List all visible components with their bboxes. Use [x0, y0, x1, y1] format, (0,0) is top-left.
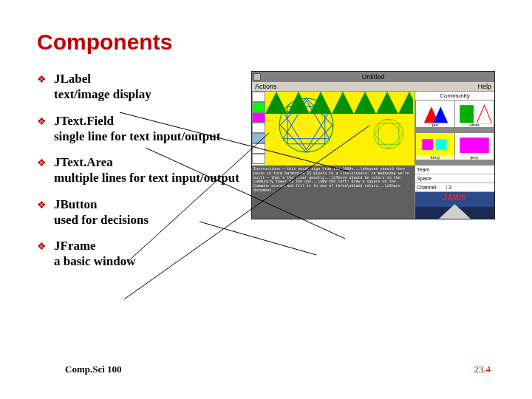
- bullet-item: ❖ JText.Area multiple lines for text inp…: [37, 154, 241, 186]
- drawing-canvas[interactable]: [265, 92, 415, 166]
- svg-rect-23: [436, 139, 447, 150]
- bullet-term: JText.Area: [54, 154, 239, 170]
- tool-item[interactable]: [252, 92, 265, 102]
- bullet-item: ❖ JFrame a basic window: [37, 238, 241, 270]
- form-value[interactable]: 3: [446, 185, 494, 190]
- svg-rect-22: [422, 139, 433, 150]
- form-label: Space: [415, 176, 446, 181]
- thumb-caption: kimy: [416, 155, 454, 160]
- bullet-item: ❖ JButton used for decisions: [37, 197, 241, 228]
- diamond-bullet-icon: ❖: [37, 199, 47, 212]
- window-close-button[interactable]: [253, 73, 261, 81]
- diamond-bullet-icon: ❖: [37, 157, 47, 170]
- bullet-item: ❖ JLabel text/image display: [37, 71, 241, 103]
- titlebar: Untitled: [252, 72, 494, 82]
- tool-item[interactable]: [252, 102, 265, 112]
- bullet-desc: text/image display: [54, 86, 151, 102]
- svg-marker-13: [376, 92, 398, 114]
- community-thumb[interactable]: jeny: [455, 133, 494, 160]
- menu-actions[interactable]: Actions: [255, 83, 277, 90]
- bullet-list-container: ❖ JLabel text/image display ❖ JText.Fiel…: [37, 71, 241, 280]
- svg-rect-19: [460, 105, 474, 123]
- tool-item[interactable]: [252, 123, 265, 133]
- form-row: Space: [415, 174, 494, 183]
- tool-item[interactable]: [252, 133, 265, 143]
- community-label: Community: [415, 92, 494, 100]
- bullet-desc: multiple lines for text input/output: [54, 170, 239, 185]
- instructions-textarea[interactable]: Instructions — this vocal sign from the …: [252, 166, 415, 219]
- properties-form: Team Space Channel 3: [415, 166, 494, 192]
- thumb-caption: jen: [416, 123, 454, 127]
- svg-marker-12: [354, 92, 376, 114]
- diamond-bullet-icon: ❖: [37, 115, 47, 129]
- bullet-term: JText.Field: [54, 113, 220, 129]
- menubar: Actions Help: [252, 82, 494, 92]
- community-thumb[interactable]: jen: [416, 100, 454, 127]
- bullet-item: ❖ JText.Field single line for text input…: [37, 113, 241, 145]
- thumb-caption: jeny: [455, 155, 494, 160]
- footer-pagenum: 23.4: [474, 364, 491, 375]
- svg-marker-10: [310, 92, 332, 114]
- shark-icon: [439, 204, 471, 219]
- tool-item[interactable]: [252, 143, 265, 154]
- bullet-term: JFrame: [54, 238, 136, 253]
- bullet-term: JLabel: [54, 71, 151, 86]
- svg-rect-25: [460, 137, 489, 153]
- diamond-bullet-icon: ❖: [37, 240, 47, 253]
- community-thumb[interactable]: other: [455, 100, 494, 127]
- tool-palette: [252, 92, 265, 166]
- bullet-term: JButton: [54, 197, 149, 212]
- diamond-bullet-icon: ❖: [37, 73, 47, 86]
- slide-title: Components: [37, 30, 495, 55]
- tool-item[interactable]: [252, 154, 265, 164]
- thumb-caption: other: [455, 123, 494, 127]
- jaws-poster: JAWS: [415, 192, 494, 219]
- svg-marker-9: [287, 92, 310, 114]
- jaws-title: JAWS: [415, 193, 494, 202]
- menu-help[interactable]: Help: [477, 83, 491, 90]
- bullet-desc: a basic window: [54, 253, 136, 269]
- tool-item[interactable]: [252, 112, 265, 123]
- svg-marker-14: [398, 92, 413, 114]
- community-panel: Community jenotherkimyjeny: [415, 92, 494, 166]
- bullet-desc: single line for text input/output: [54, 129, 220, 144]
- form-row: Channel 3: [415, 183, 494, 192]
- form-label: Channel: [415, 185, 446, 190]
- window-title: Untitled: [362, 73, 385, 81]
- community-thumb[interactable]: kimy: [416, 133, 454, 160]
- footer-course: Comp.Sci 100: [65, 364, 122, 375]
- svg-marker-11: [332, 92, 354, 114]
- bullet-desc: used for decisions: [54, 212, 149, 228]
- app-window: Untitled Actions Help: [251, 71, 495, 219]
- form-label: Team: [415, 167, 446, 172]
- svg-marker-8: [265, 92, 287, 114]
- form-row: Team: [415, 166, 494, 174]
